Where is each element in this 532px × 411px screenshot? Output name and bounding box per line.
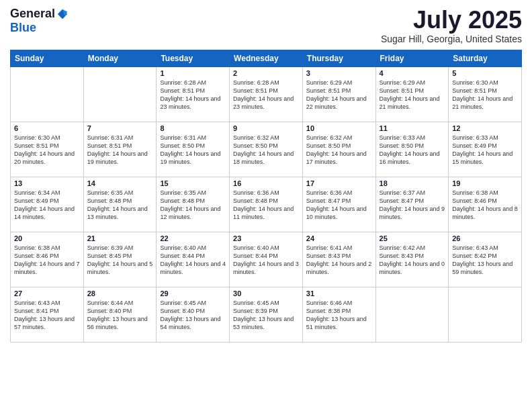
calendar-cell: 26Sunrise: 6:43 AM Sunset: 8:42 PM Dayli… (449, 232, 522, 287)
day-info: Sunrise: 6:38 AM Sunset: 8:46 PM Dayligh… (452, 189, 518, 222)
calendar-week-4: 20Sunrise: 6:38 AM Sunset: 8:46 PM Dayli… (11, 232, 522, 287)
calendar-header-row: Sunday Monday Tuesday Wednesday Thursday… (11, 50, 522, 66)
day-number: 11 (380, 124, 445, 132)
day-info: Sunrise: 6:42 AM Sunset: 8:43 PM Dayligh… (380, 244, 445, 277)
day-number: 13 (14, 179, 80, 187)
day-info: Sunrise: 6:40 AM Sunset: 8:44 PM Dayligh… (233, 244, 299, 277)
day-number: 20 (14, 234, 80, 242)
month-title: July 2025 (381, 7, 522, 34)
day-number: 14 (87, 179, 153, 187)
day-number: 31 (306, 289, 372, 298)
day-info: Sunrise: 6:45 AM Sunset: 8:40 PM Dayligh… (160, 299, 226, 332)
calendar-cell: 22Sunrise: 6:40 AM Sunset: 8:44 PM Dayli… (157, 232, 230, 287)
day-info: Sunrise: 6:33 AM Sunset: 8:49 PM Dayligh… (452, 134, 518, 167)
day-info: Sunrise: 6:45 AM Sunset: 8:39 PM Dayligh… (233, 299, 299, 332)
header-friday: Friday (375, 50, 449, 66)
calendar-cell: 4Sunrise: 6:29 AM Sunset: 8:51 PM Daylig… (375, 66, 449, 122)
calendar-cell: 20Sunrise: 6:38 AM Sunset: 8:46 PM Dayli… (11, 232, 84, 287)
calendar-cell: 13Sunrise: 6:34 AM Sunset: 8:49 PM Dayli… (11, 177, 84, 232)
day-number: 3 (306, 69, 372, 77)
title-section: July 2025 Sugar Hill, Georgia, United St… (381, 7, 522, 44)
calendar-cell: 12Sunrise: 6:33 AM Sunset: 8:49 PM Dayli… (449, 122, 522, 177)
calendar-cell: 3Sunrise: 6:29 AM Sunset: 8:51 PM Daylig… (302, 66, 375, 122)
header-saturday: Saturday (449, 50, 522, 66)
day-info: Sunrise: 6:40 AM Sunset: 8:44 PM Dayligh… (160, 244, 226, 277)
header: General Blue July 2025 Sugar Hill, Georg… (10, 7, 522, 44)
calendar-cell: 27Sunrise: 6:43 AM Sunset: 8:41 PM Dayli… (11, 287, 84, 342)
calendar-cell: 5Sunrise: 6:30 AM Sunset: 8:51 PM Daylig… (449, 66, 522, 122)
calendar-cell: 18Sunrise: 6:37 AM Sunset: 8:47 PM Dayli… (375, 177, 449, 232)
day-info: Sunrise: 6:35 AM Sunset: 8:48 PM Dayligh… (160, 189, 226, 222)
calendar-cell: 19Sunrise: 6:38 AM Sunset: 8:46 PM Dayli… (449, 177, 522, 232)
calendar-cell: 21Sunrise: 6:39 AM Sunset: 8:45 PM Dayli… (83, 232, 157, 287)
day-number: 10 (306, 124, 372, 132)
logo-general: General (10, 7, 55, 21)
day-number: 22 (160, 234, 226, 242)
header-thursday: Thursday (302, 50, 375, 66)
day-number: 1 (160, 69, 226, 77)
day-info: Sunrise: 6:28 AM Sunset: 8:51 PM Dayligh… (160, 79, 226, 111)
calendar-week-3: 13Sunrise: 6:34 AM Sunset: 8:49 PM Dayli… (11, 177, 522, 232)
calendar-cell (83, 66, 157, 122)
header-sunday: Sunday (11, 50, 84, 66)
calendar-week-2: 6Sunrise: 6:30 AM Sunset: 8:51 PM Daylig… (11, 122, 522, 177)
page: General Blue July 2025 Sugar Hill, Georg… (0, 0, 532, 411)
day-number: 15 (160, 179, 226, 187)
day-info: Sunrise: 6:37 AM Sunset: 8:47 PM Dayligh… (380, 189, 445, 222)
location: Sugar Hill, Georgia, United States (381, 34, 522, 44)
calendar-cell: 23Sunrise: 6:40 AM Sunset: 8:44 PM Dayli… (230, 232, 303, 287)
day-number: 19 (452, 179, 518, 187)
day-number: 5 (452, 69, 518, 77)
calendar-cell: 31Sunrise: 6:46 AM Sunset: 8:38 PM Dayli… (302, 287, 375, 342)
day-number: 27 (14, 289, 80, 298)
day-number: 8 (160, 124, 226, 132)
day-info: Sunrise: 6:29 AM Sunset: 8:51 PM Dayligh… (380, 79, 445, 111)
day-number: 2 (233, 69, 299, 77)
day-number: 24 (306, 234, 372, 242)
day-info: Sunrise: 6:31 AM Sunset: 8:50 PM Dayligh… (160, 134, 226, 167)
day-info: Sunrise: 6:46 AM Sunset: 8:38 PM Dayligh… (306, 299, 372, 332)
header-tuesday: Tuesday (157, 50, 230, 66)
calendar-cell: 8Sunrise: 6:31 AM Sunset: 8:50 PM Daylig… (157, 122, 230, 177)
calendar-cell: 28Sunrise: 6:44 AM Sunset: 8:40 PM Dayli… (83, 287, 157, 342)
day-number: 17 (306, 179, 372, 187)
calendar-cell: 7Sunrise: 6:31 AM Sunset: 8:51 PM Daylig… (83, 122, 157, 177)
day-info: Sunrise: 6:33 AM Sunset: 8:50 PM Dayligh… (380, 134, 445, 167)
logo: General Blue (10, 7, 69, 35)
day-number: 29 (160, 289, 226, 298)
calendar-week-1: 1Sunrise: 6:28 AM Sunset: 8:51 PM Daylig… (11, 66, 522, 122)
day-number: 25 (380, 234, 445, 242)
day-info: Sunrise: 6:34 AM Sunset: 8:49 PM Dayligh… (14, 189, 80, 222)
day-info: Sunrise: 6:32 AM Sunset: 8:50 PM Dayligh… (233, 134, 299, 167)
calendar-cell: 1Sunrise: 6:28 AM Sunset: 8:51 PM Daylig… (157, 66, 230, 122)
day-info: Sunrise: 6:38 AM Sunset: 8:46 PM Dayligh… (14, 244, 80, 277)
calendar: Sunday Monday Tuesday Wednesday Thursday… (10, 50, 522, 342)
day-number: 7 (87, 124, 153, 132)
day-number: 16 (233, 179, 299, 187)
calendar-cell: 9Sunrise: 6:32 AM Sunset: 8:50 PM Daylig… (230, 122, 303, 177)
day-number: 12 (452, 124, 518, 132)
calendar-cell: 25Sunrise: 6:42 AM Sunset: 8:43 PM Dayli… (375, 232, 449, 287)
header-monday: Monday (83, 50, 157, 66)
day-number: 26 (452, 234, 518, 242)
day-info: Sunrise: 6:44 AM Sunset: 8:40 PM Dayligh… (87, 299, 153, 332)
day-number: 23 (233, 234, 299, 242)
calendar-cell: 24Sunrise: 6:41 AM Sunset: 8:43 PM Dayli… (302, 232, 375, 287)
day-info: Sunrise: 6:31 AM Sunset: 8:51 PM Dayligh… (87, 134, 153, 167)
calendar-cell: 16Sunrise: 6:36 AM Sunset: 8:48 PM Dayli… (230, 177, 303, 232)
logo-icon (56, 8, 69, 20)
day-info: Sunrise: 6:32 AM Sunset: 8:50 PM Dayligh… (306, 134, 372, 167)
calendar-cell (449, 287, 522, 342)
day-info: Sunrise: 6:30 AM Sunset: 8:51 PM Dayligh… (452, 79, 518, 111)
calendar-cell: 14Sunrise: 6:35 AM Sunset: 8:48 PM Dayli… (83, 177, 157, 232)
day-number: 9 (233, 124, 299, 132)
day-info: Sunrise: 6:36 AM Sunset: 8:48 PM Dayligh… (233, 189, 299, 222)
calendar-cell: 11Sunrise: 6:33 AM Sunset: 8:50 PM Dayli… (375, 122, 449, 177)
day-info: Sunrise: 6:39 AM Sunset: 8:45 PM Dayligh… (87, 244, 153, 277)
day-info: Sunrise: 6:41 AM Sunset: 8:43 PM Dayligh… (306, 244, 372, 277)
day-number: 28 (87, 289, 153, 298)
day-info: Sunrise: 6:43 AM Sunset: 8:41 PM Dayligh… (14, 299, 80, 332)
day-number: 18 (380, 179, 445, 187)
calendar-cell (11, 66, 84, 122)
header-wednesday: Wednesday (230, 50, 303, 66)
